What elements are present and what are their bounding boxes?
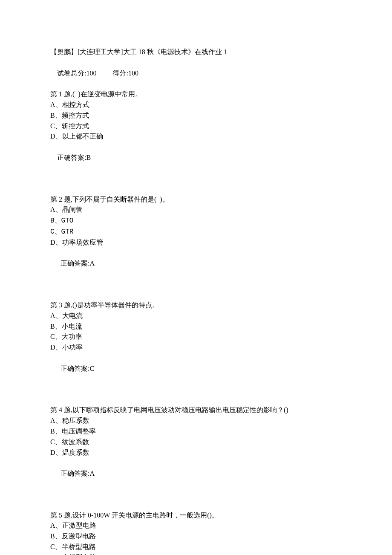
answer-label: 正确答案: — [57, 154, 86, 161]
answer-value: A — [89, 470, 95, 477]
question-option: B、电压调整率 — [50, 426, 342, 437]
question-option: A、正激型电路 — [50, 520, 342, 531]
question-option: B、GTO — [50, 215, 342, 226]
question-option: A、相控方式 — [50, 100, 342, 110]
question-option: D、温度系数 — [50, 448, 342, 458]
answer-label: 正确答案: — [61, 365, 89, 372]
question-option: C、GTR — [50, 226, 342, 237]
question-option: C、大功率 — [50, 332, 342, 342]
answer-label: 正确答案: — [61, 260, 89, 267]
question-option: C、斩控方式 — [50, 121, 342, 132]
page-title: 【奥鹏】[大连理工大学]大工 18 秋《电源技术》在线作业 1 — [50, 47, 342, 58]
answer-line: 正确答案:B — [50, 142, 342, 173]
question-stem: 第 5 题,设计 0-100W 开关电源的主电路时，一般选用()。 — [50, 510, 342, 521]
answer-line: 正确答案:A — [50, 458, 342, 489]
obtained-score-value: 100 — [128, 69, 138, 77]
question-option: D、功率场效应管 — [50, 237, 342, 248]
question-option: A、大电流 — [50, 311, 342, 321]
question-stem: 第 1 题,( )在逆变电源中常用。 — [50, 89, 342, 100]
answer-line: 正确答案:A — [50, 248, 342, 280]
question-option: B、反激型电路 — [50, 531, 342, 542]
question-block: 第 2 题,下列不属于自关断器件的是( )。 A、晶闸管 B、GTO C、GTR… — [50, 194, 342, 280]
question-option: D、小功率 — [50, 342, 342, 353]
option-text: B、GTO — [50, 217, 73, 225]
question-option: C、半桥型电路 — [50, 542, 342, 552]
option-text: C、GTR — [50, 228, 73, 236]
answer-value: C — [89, 365, 94, 372]
answer-line: 正确答案:C — [50, 353, 342, 384]
score-line: 试卷总分:100得分:100 — [50, 58, 342, 89]
document-page: 【奥鹏】[大连理工大学]大工 18 秋《电源技术》在线作业 1 试卷总分:100… — [0, 0, 392, 555]
question-option: A、晶闸管 — [50, 205, 342, 215]
question-block: 第 4 题,以下哪项指标反映了电网电压波动对稳压电路输出电压稳定性的影响？() … — [50, 405, 342, 489]
question-stem: 第 4 题,以下哪项指标反映了电网电压波动对稳压电路输出电压稳定性的影响？() — [50, 405, 342, 416]
question-option: A、稳压系数 — [50, 416, 342, 426]
question-option: C、纹波系数 — [50, 437, 342, 448]
total-score-label: 试卷总分: — [57, 69, 86, 77]
answer-label: 正确答案: — [61, 470, 89, 477]
answer-value: A — [89, 260, 95, 267]
answer-value: B — [86, 154, 91, 161]
question-option: D、以上都不正确 — [50, 131, 342, 142]
question-option: D、全桥型电路 — [50, 552, 342, 555]
question-option: B、频控方式 — [50, 110, 342, 121]
question-block: 第 3 题,()是功率半导体器件的特点。 A、大电流 B、小电流 C、大功率 D… — [50, 300, 342, 384]
question-stem: 第 3 题,()是功率半导体器件的特点。 — [50, 300, 342, 311]
obtained-score-label: 得分: — [112, 69, 128, 77]
question-option: B、小电流 — [50, 321, 342, 332]
question-stem: 第 2 题,下列不属于自关断器件的是( )。 — [50, 194, 342, 205]
question-block: 第 5 题,设计 0-100W 开关电源的主电路时，一般选用()。 A、正激型电… — [50, 510, 342, 555]
total-score-value: 100 — [86, 69, 96, 77]
